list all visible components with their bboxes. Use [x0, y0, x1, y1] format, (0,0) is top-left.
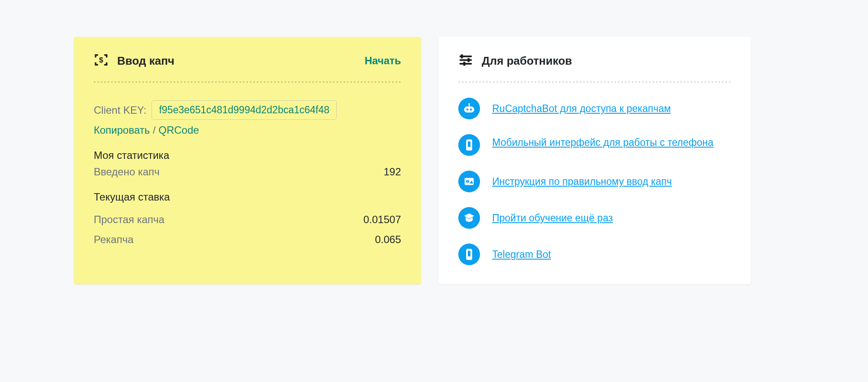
captcha-card-header: $ Ввод капч Начать — [94, 53, 401, 69]
entered-label: Введено капч — [94, 166, 160, 178]
stats-entered-row: Введено капч 192 — [94, 166, 401, 178]
svg-rect-13 — [467, 141, 471, 148]
svg-point-8 — [467, 109, 469, 111]
separator — [458, 81, 731, 83]
dashboard-container: $ Ввод капч Начать Client KEY: f95e3e651… — [74, 37, 794, 284]
simple-captcha-value: 0.01507 — [363, 214, 401, 226]
separator — [94, 81, 401, 83]
workers-header-left: Для работников — [458, 53, 572, 69]
stats-heading: Моя статистика — [94, 149, 401, 161]
simple-captcha-row: Простая капча 0.01507 — [94, 214, 401, 226]
link-item-instructions: i Инструкция по правильному ввод капч — [458, 171, 731, 192]
svg-rect-19 — [467, 250, 471, 257]
link-instructions[interactable]: Инструкция по правильному ввод капч — [492, 171, 672, 189]
workers-card: Для работников RuCaptchaBot для доступа … — [438, 37, 751, 284]
svg-point-14 — [469, 148, 470, 149]
robot-icon — [458, 98, 480, 119]
sliders-icon — [458, 53, 473, 69]
svg-text:$: $ — [99, 56, 103, 64]
svg-text:i: i — [467, 180, 468, 183]
workers-card-header: Для работников — [458, 53, 731, 69]
link-mobile[interactable]: Мобильный интерфейс для работы с телефон… — [492, 134, 713, 150]
link-item-training: Пройти обучение ещё раз — [458, 207, 731, 229]
copy-link[interactable]: Копировать — [94, 124, 150, 136]
recaptcha-value: 0.065 — [375, 234, 401, 246]
rate-heading: Текущая ставка — [94, 191, 401, 203]
recaptcha-row: Рекапча 0.065 — [94, 234, 401, 246]
client-key-label: Client KEY: — [94, 104, 146, 116]
captcha-card-title: Ввод капч — [117, 54, 174, 68]
client-key-row: Client KEY: f95e3e651c481d9994d2d2bca1c6… — [94, 100, 401, 120]
link-item-mobile: Мобильный интерфейс для работы с телефон… — [458, 134, 731, 156]
graduation-cap-icon — [458, 207, 480, 229]
svg-rect-4 — [467, 58, 470, 62]
svg-rect-7 — [464, 106, 474, 112]
svg-rect-2 — [461, 54, 463, 58]
header-left: $ Ввод капч — [94, 53, 174, 69]
svg-point-20 — [469, 258, 470, 259]
mobile-icon — [458, 244, 480, 265]
link-item-rucaptchabot: RuCaptchaBot для доступа к рекапчам — [458, 98, 731, 119]
svg-rect-3 — [460, 59, 472, 61]
simple-captcha-label: Простая капча — [94, 214, 164, 226]
svg-rect-5 — [460, 63, 472, 65]
qrcode-link[interactable]: QRCode — [158, 124, 199, 136]
mobile-icon — [458, 134, 480, 156]
link-item-telegram: Telegram Bot — [458, 244, 731, 265]
client-key-value[interactable]: f95e3e651c481d9994d2d2bca1c64f48 — [151, 100, 337, 120]
link-training[interactable]: Пройти обучение ещё раз — [492, 207, 613, 226]
recaptcha-label: Рекапча — [94, 234, 134, 246]
link-rucaptchabot[interactable]: RuCaptchaBot для доступа к рекапчам — [492, 98, 671, 116]
captcha-entry-card: $ Ввод капч Начать Client KEY: f95e3e651… — [74, 37, 421, 284]
image-info-icon: i — [458, 171, 480, 192]
svg-point-11 — [468, 103, 470, 105]
entered-value: 192 — [384, 166, 401, 178]
captcha-scan-icon: $ — [94, 53, 108, 69]
svg-point-9 — [470, 109, 472, 111]
client-key-actions: Копировать / QRCode — [94, 124, 401, 136]
workers-link-list: RuCaptchaBot для доступа к рекапчам Моби… — [458, 98, 731, 265]
svg-rect-6 — [463, 62, 465, 66]
workers-card-title: Для работников — [482, 54, 572, 68]
separator-text: / — [150, 124, 158, 136]
link-telegram[interactable]: Telegram Bot — [492, 244, 551, 262]
start-button[interactable]: Начать — [365, 55, 401, 67]
